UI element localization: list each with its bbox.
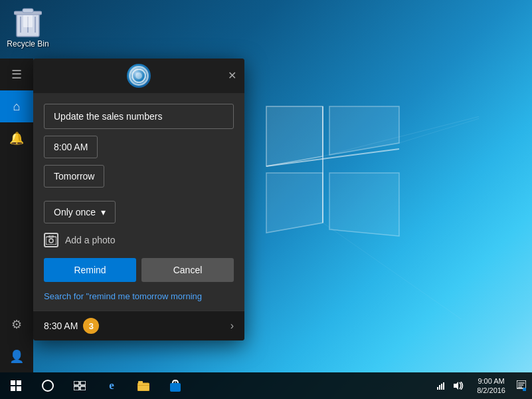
svg-rect-36 bbox=[137, 385, 149, 386]
reminder-time-field[interactable]: 8:00 AM bbox=[44, 136, 98, 158]
recycle-bin-image bbox=[12, 6, 44, 38]
svg-rect-41 bbox=[439, 385, 440, 390]
svg-rect-25 bbox=[11, 380, 15, 385]
bottom-time-display: 8:30 AM 3 bbox=[44, 318, 99, 334]
svg-rect-27 bbox=[11, 386, 15, 391]
notification-icon: 🔔 bbox=[9, 131, 24, 146]
camera-icon bbox=[44, 233, 58, 247]
network-tray-icon[interactable] bbox=[434, 382, 448, 390]
badge-number: 3 bbox=[83, 318, 99, 334]
settings-icon: ⚙ bbox=[11, 317, 22, 332]
add-photo-label: Add a photo bbox=[65, 235, 116, 245]
explorer-button[interactable] bbox=[128, 372, 159, 399]
svg-rect-42 bbox=[441, 384, 442, 390]
cortana-header: ✕ bbox=[33, 59, 244, 93]
edge-button[interactable]: e bbox=[96, 372, 128, 399]
cancel-button[interactable]: Cancel bbox=[141, 258, 234, 282]
remind-button[interactable]: Remind bbox=[44, 258, 136, 282]
svg-point-21 bbox=[135, 72, 142, 79]
sidebar-item-reminder[interactable]: 🔔 bbox=[0, 122, 33, 154]
svg-point-20 bbox=[132, 69, 145, 82]
sidebar-menu-button[interactable]: ☰ bbox=[0, 59, 33, 90]
taskbar-clock[interactable]: 9:00 AM 8/2/2016 bbox=[472, 376, 511, 396]
store-icon bbox=[170, 380, 181, 392]
svg-rect-31 bbox=[80, 381, 86, 385]
clock-time: 9:00 AM bbox=[477, 376, 505, 386]
svg-rect-40 bbox=[437, 387, 438, 390]
svg-rect-34 bbox=[137, 383, 149, 391]
task-view-icon bbox=[74, 381, 86, 390]
taskbar: e bbox=[0, 372, 532, 399]
svg-rect-38 bbox=[170, 383, 181, 392]
task-view-button[interactable] bbox=[64, 372, 96, 399]
clock-date: 8/2/2016 bbox=[477, 386, 505, 395]
notification-center-button[interactable] bbox=[511, 372, 532, 399]
svg-line-11 bbox=[323, 223, 479, 319]
svg-rect-22 bbox=[46, 237, 56, 245]
notification-center-icon bbox=[517, 380, 526, 391]
svg-marker-3 bbox=[329, 173, 399, 236]
chevron-down-icon: ▾ bbox=[101, 207, 106, 217]
cortana-logo bbox=[127, 64, 151, 88]
windows-logo-bg bbox=[226, 66, 479, 319]
add-photo-button[interactable]: Add a photo bbox=[44, 233, 234, 247]
store-button[interactable] bbox=[159, 372, 191, 399]
reminder-title-field[interactable]: Update the sales numbers bbox=[44, 104, 234, 129]
recurrence-label: Only once bbox=[54, 207, 96, 217]
search-suggestion-link[interactable]: Search for "remind me tomorrow morning bbox=[44, 290, 234, 303]
search-suggestion-text: Search for "remind me tomorrow morning bbox=[44, 291, 202, 301]
svg-rect-19 bbox=[23, 15, 33, 27]
home-icon: ⌂ bbox=[13, 100, 21, 114]
sidebar-item-user[interactable]: 👤 bbox=[0, 340, 33, 372]
svg-point-23 bbox=[49, 239, 53, 243]
svg-rect-43 bbox=[443, 382, 444, 390]
search-taskbar-button[interactable] bbox=[32, 372, 64, 399]
svg-line-12 bbox=[399, 106, 479, 143]
svg-rect-33 bbox=[80, 386, 86, 390]
svg-marker-1 bbox=[329, 106, 399, 155]
sidebar-item-home[interactable]: ⌂ bbox=[0, 90, 33, 122]
cortana-action-buttons: Remind Cancel bbox=[44, 258, 234, 282]
start-button[interactable] bbox=[0, 372, 32, 399]
svg-marker-44 bbox=[454, 382, 458, 390]
cortana-bottom-bar[interactable]: 8:30 AM 3 › bbox=[33, 311, 244, 340]
svg-rect-30 bbox=[74, 381, 79, 385]
svg-rect-26 bbox=[17, 380, 21, 385]
explorer-icon bbox=[137, 380, 149, 391]
arrow-right-icon: › bbox=[230, 320, 234, 332]
svg-point-29 bbox=[43, 380, 53, 391]
recycle-bin-label: Recycle Bin bbox=[7, 39, 48, 49]
svg-rect-15 bbox=[23, 9, 33, 13]
recycle-bin-icon[interactable]: Recycle Bin bbox=[1, 3, 54, 51]
sidebar-item-settings[interactable]: ⚙ bbox=[0, 309, 33, 340]
user-icon: 👤 bbox=[9, 349, 24, 364]
edge-icon: e bbox=[109, 379, 114, 392]
search-circle-icon bbox=[42, 380, 54, 392]
reminder-recurrence-dropdown[interactable]: Only once ▾ bbox=[44, 201, 116, 223]
svg-rect-28 bbox=[17, 386, 21, 391]
hamburger-icon: ☰ bbox=[11, 67, 22, 82]
volume-tray-icon[interactable] bbox=[452, 382, 466, 390]
cortana-panel: ✕ Update the sales numbers 8:00 AM Tomor… bbox=[33, 59, 244, 340]
reminder-date-field[interactable]: Tomorrow bbox=[44, 165, 104, 188]
system-tray bbox=[429, 372, 472, 399]
sidebar: ☰ ⌂ 🔔 ⚙ 👤 bbox=[0, 59, 33, 372]
close-button[interactable]: ✕ bbox=[228, 70, 236, 81]
bottom-time-text: 8:30 AM bbox=[44, 321, 78, 331]
cortana-content: Update the sales numbers 8:00 AM Tomorro… bbox=[33, 93, 244, 311]
start-icon bbox=[11, 380, 21, 391]
svg-rect-37 bbox=[138, 381, 143, 384]
svg-rect-32 bbox=[74, 386, 79, 390]
